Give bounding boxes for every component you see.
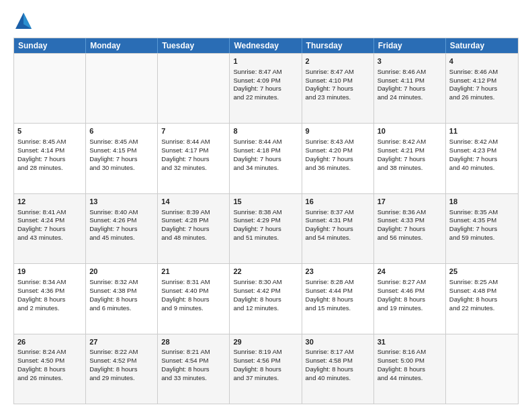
day-content: Daylight: 8 hours bbox=[378, 295, 442, 304]
day-content: Sunset: 4:46 PM bbox=[378, 287, 442, 295]
day-content: Sunset: 4:35 PM bbox=[449, 216, 515, 225]
day-number: 3 bbox=[378, 56, 442, 66]
calendar-cell: 5Sunrise: 8:45 AMSunset: 4:14 PMDaylight… bbox=[14, 124, 86, 193]
calendar-header: SundayMondayTuesdayWednesdayThursdayFrid… bbox=[14, 38, 518, 53]
calendar-cell: 9Sunrise: 8:43 AMSunset: 4:20 PMDaylight… bbox=[302, 124, 374, 193]
day-content: and 26 minutes. bbox=[17, 374, 82, 383]
day-content: and 32 minutes. bbox=[161, 164, 226, 173]
calendar-week: 26Sunrise: 8:24 AMSunset: 4:50 PMDayligh… bbox=[14, 334, 518, 404]
day-content: Sunrise: 8:36 AM bbox=[378, 208, 442, 217]
calendar-cell: 22Sunrise: 8:30 AMSunset: 4:42 PMDayligh… bbox=[230, 264, 302, 333]
day-content: Sunset: 4:18 PM bbox=[233, 146, 298, 155]
day-content: and 36 minutes. bbox=[306, 164, 370, 173]
day-content: Sunset: 4:31 PM bbox=[306, 216, 370, 225]
day-number: 24 bbox=[378, 267, 442, 277]
calendar-cell: 31Sunrise: 8:16 AMSunset: 5:00 PMDayligh… bbox=[374, 334, 446, 404]
day-content: Sunrise: 8:46 AM bbox=[378, 68, 442, 77]
calendar-cell: 13Sunrise: 8:40 AMSunset: 4:26 PMDayligh… bbox=[86, 194, 158, 263]
calendar: SundayMondayTuesdayWednesdayThursdayFrid… bbox=[13, 38, 519, 404]
calendar-cell bbox=[158, 54, 230, 123]
calendar-day-header: Monday bbox=[86, 38, 158, 53]
day-content: Daylight: 8 hours bbox=[378, 365, 442, 374]
day-content: Sunrise: 8:30 AM bbox=[233, 278, 298, 287]
calendar-cell: 7Sunrise: 8:44 AMSunset: 4:17 PMDaylight… bbox=[158, 124, 230, 193]
day-number: 25 bbox=[449, 267, 515, 277]
calendar-day-header: Tuesday bbox=[158, 38, 230, 53]
day-content: and 15 minutes. bbox=[306, 304, 370, 313]
day-content: Daylight: 7 hours bbox=[233, 85, 298, 93]
day-content: and 9 minutes. bbox=[161, 304, 226, 313]
day-content: Sunrise: 8:17 AM bbox=[306, 348, 370, 357]
day-number: 31 bbox=[378, 337, 442, 347]
day-content: Daylight: 7 hours bbox=[306, 85, 370, 93]
day-number: 2 bbox=[306, 56, 370, 66]
day-content: and 45 minutes. bbox=[89, 234, 154, 242]
day-content: Sunset: 4:12 PM bbox=[449, 77, 515, 85]
day-content: and 43 minutes. bbox=[17, 234, 82, 242]
day-content: Sunset: 4:14 PM bbox=[17, 146, 82, 155]
day-content: Sunrise: 8:47 AM bbox=[233, 68, 298, 77]
day-content: Daylight: 7 hours bbox=[233, 225, 298, 234]
day-content: Daylight: 7 hours bbox=[449, 155, 515, 164]
day-number: 28 bbox=[161, 337, 226, 347]
day-content: Sunrise: 8:45 AM bbox=[89, 138, 154, 146]
logo-icon bbox=[13, 11, 34, 31]
header bbox=[13, 11, 519, 31]
calendar-cell: 27Sunrise: 8:22 AMSunset: 4:52 PMDayligh… bbox=[86, 334, 158, 404]
day-content: Sunset: 4:09 PM bbox=[233, 77, 298, 85]
calendar-week: 19Sunrise: 8:34 AMSunset: 4:36 PMDayligh… bbox=[14, 263, 518, 333]
day-content: and 2 minutes. bbox=[17, 304, 82, 313]
day-number: 17 bbox=[378, 197, 442, 207]
day-content: Daylight: 7 hours bbox=[306, 225, 370, 234]
day-content: Daylight: 7 hours bbox=[306, 155, 370, 164]
day-number: 18 bbox=[449, 197, 515, 207]
day-content: Sunset: 4:52 PM bbox=[89, 357, 154, 365]
calendar-cell: 20Sunrise: 8:32 AMSunset: 4:38 PMDayligh… bbox=[86, 264, 158, 333]
day-content: Daylight: 7 hours bbox=[449, 85, 515, 93]
day-content: Sunrise: 8:32 AM bbox=[89, 278, 154, 287]
day-content: Sunset: 4:20 PM bbox=[306, 146, 370, 155]
day-content: Sunset: 4:44 PM bbox=[306, 287, 370, 295]
day-content: Daylight: 7 hours bbox=[17, 155, 82, 164]
day-content: Sunrise: 8:41 AM bbox=[17, 208, 82, 217]
day-content: Daylight: 7 hours bbox=[378, 155, 442, 164]
day-content: Daylight: 8 hours bbox=[449, 295, 515, 304]
day-content: Sunrise: 8:43 AM bbox=[306, 138, 370, 146]
day-content: Sunrise: 8:47 AM bbox=[306, 68, 370, 77]
calendar-cell: 23Sunrise: 8:28 AMSunset: 4:44 PMDayligh… bbox=[302, 264, 374, 333]
day-content: and 26 minutes. bbox=[449, 93, 515, 102]
day-content: Sunrise: 8:24 AM bbox=[17, 348, 82, 357]
day-number: 30 bbox=[306, 337, 370, 347]
day-content: Daylight: 8 hours bbox=[306, 365, 370, 374]
day-content: Daylight: 8 hours bbox=[17, 365, 82, 374]
day-content: Sunset: 4:33 PM bbox=[378, 216, 442, 225]
day-number: 5 bbox=[17, 126, 82, 136]
calendar-day-header: Sunday bbox=[14, 38, 86, 53]
calendar-cell: 1Sunrise: 8:47 AMSunset: 4:09 PMDaylight… bbox=[230, 54, 302, 123]
calendar-body: 1Sunrise: 8:47 AMSunset: 4:09 PMDaylight… bbox=[14, 53, 518, 404]
day-number: 20 bbox=[89, 267, 154, 277]
day-content: Sunrise: 8:44 AM bbox=[161, 138, 226, 146]
day-content: and 51 minutes. bbox=[233, 234, 298, 242]
logo bbox=[13, 11, 35, 31]
day-content: Sunset: 4:29 PM bbox=[233, 216, 298, 225]
day-content: Sunset: 4:58 PM bbox=[306, 357, 370, 365]
day-content: Sunrise: 8:39 AM bbox=[161, 208, 226, 217]
day-content: and 48 minutes. bbox=[161, 234, 226, 242]
calendar-day-header: Friday bbox=[374, 38, 446, 53]
calendar-cell: 3Sunrise: 8:46 AMSunset: 4:11 PMDaylight… bbox=[374, 54, 446, 123]
calendar-cell: 8Sunrise: 8:44 AMSunset: 4:18 PMDaylight… bbox=[230, 124, 302, 193]
day-content: Daylight: 8 hours bbox=[233, 365, 298, 374]
day-content: Sunset: 4:36 PM bbox=[17, 287, 82, 295]
day-content: and 22 minutes. bbox=[449, 304, 515, 313]
day-content: Sunset: 4:42 PM bbox=[233, 287, 298, 295]
day-number: 6 bbox=[89, 126, 154, 136]
calendar-week: 5Sunrise: 8:45 AMSunset: 4:14 PMDaylight… bbox=[14, 123, 518, 193]
day-number: 12 bbox=[17, 197, 82, 207]
day-content: Sunset: 4:38 PM bbox=[89, 287, 154, 295]
day-content: and 44 minutes. bbox=[378, 374, 442, 383]
calendar-cell: 10Sunrise: 8:42 AMSunset: 4:21 PMDayligh… bbox=[374, 124, 446, 193]
calendar-week: 1Sunrise: 8:47 AMSunset: 4:09 PMDaylight… bbox=[14, 53, 518, 123]
day-content: Daylight: 8 hours bbox=[306, 295, 370, 304]
calendar-cell: 28Sunrise: 8:21 AMSunset: 4:54 PMDayligh… bbox=[158, 334, 230, 404]
